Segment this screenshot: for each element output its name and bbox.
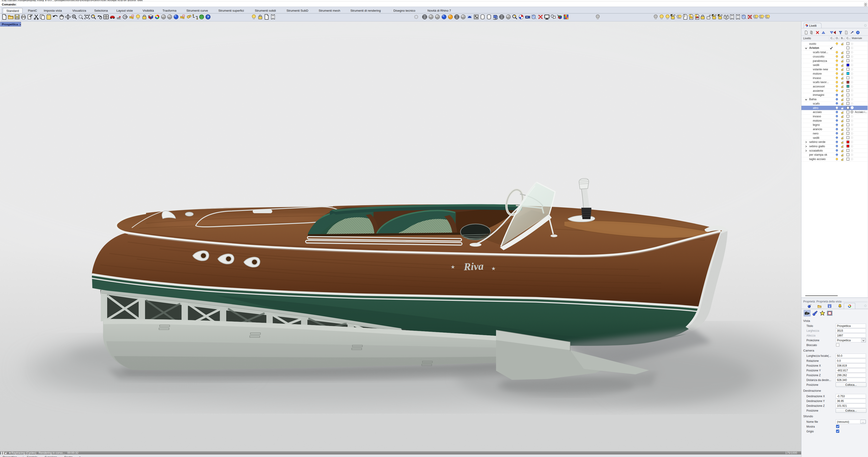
svg-text:?: ?	[829, 306, 830, 308]
svg-text:?: ?	[857, 31, 859, 34]
